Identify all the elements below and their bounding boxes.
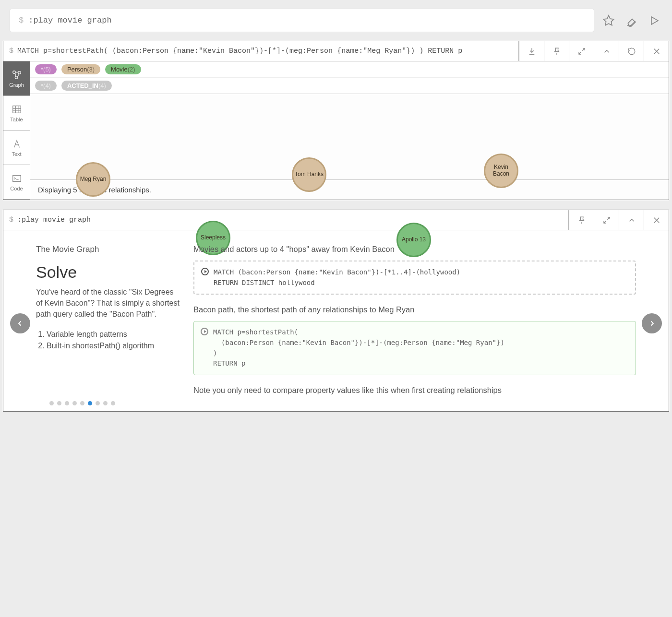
prompt-symbol: $ [19, 16, 24, 25]
favorite-icon[interactable] [601, 13, 616, 28]
page-indicator [49, 401, 115, 405]
code-example-2[interactable]: MATCH p=shortestPath( (bacon:Person {nam… [193, 321, 636, 375]
guide-p2: Bacon path, the shortest path of any rel… [193, 305, 636, 314]
collapse-up-icon[interactable] [594, 41, 619, 61]
guide-left-column: The Movie Graph Solve You've heard of th… [36, 245, 180, 352]
svg-rect-5 [12, 106, 21, 113]
download-icon[interactable] [519, 41, 544, 61]
svg-marker-1 [651, 17, 658, 24]
guide-p3: Note you only need to compare property v… [193, 386, 636, 395]
view-tab-strip: Graph Table Text Code [3, 61, 30, 200]
svg-point-3 [18, 71, 21, 74]
code-example-1[interactable]: MATCH (bacon:Person {name:"Kevin Bacon"}… [193, 261, 636, 295]
guide-right-column: Movies and actors up to 4 "hops" away fr… [193, 245, 636, 402]
page-dot[interactable] [103, 401, 108, 405]
page-dot[interactable] [80, 401, 84, 405]
view-tab-graph[interactable]: Graph [3, 61, 30, 96]
chip-*[interactable]: *(5) [35, 64, 57, 74]
command-text: :play movie graph [28, 16, 111, 25]
chip-person[interactable]: Person(3) [61, 64, 100, 74]
run-icon[interactable] [647, 13, 662, 28]
command-bar: $ :play movie graph [0, 0, 672, 41]
command-input[interactable]: $ :play movie graph [10, 9, 594, 32]
graph-node-kevin[interactable]: Kevin Bacon [484, 154, 518, 188]
next-page-button[interactable] [642, 313, 662, 333]
result-query: $ MATCH p=shortestPath( (bacon:Person {n… [3, 41, 519, 61]
status-bar: Displaying 5 nodes, 4 relationships. [30, 179, 669, 200]
prev-page-button[interactable] [10, 313, 30, 333]
collapse-up-icon[interactable] [619, 210, 644, 230]
guide-frame-header: $ :play movie graph [3, 210, 669, 230]
expand-icon[interactable] [569, 41, 594, 61]
graph-node-tom[interactable]: Tom Hanks [292, 157, 326, 192]
chip-*[interactable]: *(4) [35, 81, 57, 91]
guide-list-item: Built-in shortestPath() algorithm [47, 340, 180, 352]
page-dot[interactable] [57, 401, 61, 405]
erase-icon[interactable] [624, 13, 639, 28]
page-dot[interactable] [111, 401, 115, 405]
svg-marker-0 [603, 15, 614, 25]
svg-rect-6 [12, 175, 21, 181]
play-icon [201, 268, 209, 275]
guide-title: $ :play movie graph [3, 210, 569, 230]
page-dot[interactable] [88, 401, 92, 405]
close-icon[interactable] [644, 41, 669, 61]
page-dot[interactable] [72, 401, 77, 405]
view-tab-table[interactable]: Table [3, 96, 30, 131]
pin-icon[interactable] [544, 41, 569, 61]
page-dot[interactable] [49, 401, 54, 405]
expand-icon[interactable] [594, 210, 619, 230]
page-dot[interactable] [96, 401, 100, 405]
close-icon[interactable] [644, 210, 669, 230]
view-tab-text[interactable]: Text [3, 131, 30, 165]
page-dot[interactable] [65, 401, 69, 405]
result-frame-header: $ MATCH p=shortestPath( (bacon:Person {n… [3, 41, 669, 61]
view-tab-code[interactable]: Code [3, 165, 30, 200]
svg-point-4 [15, 76, 17, 79]
guide-frame: $ :play movie graph The Movie Graph Solv… [3, 210, 669, 412]
guide-p1: Movies and actors up to 4 "hops" away fr… [193, 245, 636, 254]
guide-list-item: Variable length patterns [47, 329, 180, 341]
chip-rows: *(5)Person(3)Movie(2) *(4)ACTED_IN(4) [30, 61, 669, 94]
graph-canvas[interactable]: ACTED_INACTED_INACTED_INACTED_IN Meg Rya… [30, 94, 669, 179]
rerun-icon[interactable] [619, 41, 644, 61]
graph-node-meg[interactable]: Meg Ryan [76, 162, 110, 197]
result-frame: $ MATCH p=shortestPath( (bacon:Person {n… [3, 41, 669, 200]
guide-intro-text: You've heard of the classic "Six Degrees… [36, 286, 180, 320]
guide-heading: Solve [36, 263, 180, 282]
guide-list: Variable length patternsBuilt-in shortes… [36, 329, 180, 353]
play-icon [201, 328, 208, 335]
chip-movie[interactable]: Movie(2) [105, 64, 141, 74]
chip-acted_in[interactable]: ACTED_IN(4) [61, 81, 112, 91]
guide-subtitle: The Movie Graph [36, 245, 180, 254]
pin-icon[interactable] [569, 210, 594, 230]
